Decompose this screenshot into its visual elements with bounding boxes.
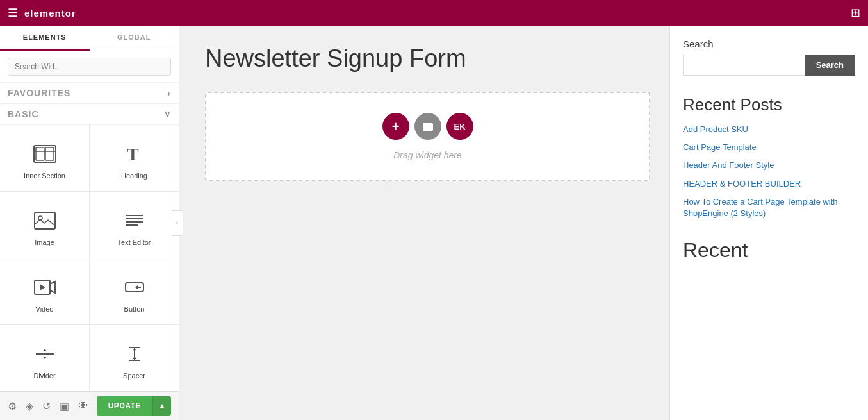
recent-posts-title: Recent Posts	[683, 95, 855, 115]
search-input[interactable]	[8, 58, 171, 76]
sidebar: ELEMENTS GLOBAL FAVOURITES › BASIC ∨	[0, 26, 179, 420]
history-icon[interactable]: ↺	[42, 400, 51, 412]
update-button[interactable]: UPDATE	[97, 396, 152, 416]
responsive-icon[interactable]: ▣	[60, 400, 69, 412]
chevron-down-icon: ∨	[164, 109, 171, 119]
folder-button[interactable]	[414, 113, 441, 140]
favourites-section[interactable]: FAVOURITES ›	[0, 83, 179, 104]
sidebar-tabs: ELEMENTS GLOBAL	[0, 26, 179, 51]
tab-global[interactable]: GLOBAL	[90, 26, 179, 51]
recent-title: Recent	[683, 239, 855, 262]
widget-heading[interactable]: T Heading	[90, 125, 179, 191]
widget-inner-section[interactable]: Inner Section	[0, 125, 89, 191]
heading-label: Heading	[121, 172, 147, 180]
recent-post-2[interactable]: Header And Footer Style	[683, 160, 855, 171]
svg-marker-16	[43, 357, 47, 359]
text-editor-icon	[122, 208, 147, 233]
widget-text-editor[interactable]: Text Editor	[90, 192, 179, 258]
svg-marker-12	[40, 284, 45, 290]
basic-label: BASIC	[8, 109, 39, 119]
svg-rect-0	[34, 146, 56, 162]
video-label: Video	[36, 305, 54, 313]
widgets-grid: Inner Section T Heading	[0, 125, 179, 391]
spacer-label: Spacer	[123, 372, 145, 380]
svg-rect-5	[35, 212, 55, 229]
apps-icon[interactable]: ⊞	[851, 6, 860, 20]
tab-elements[interactable]: ELEMENTS	[0, 26, 90, 51]
drop-zone: + EK Drag widget here	[205, 92, 650, 181]
button-icon	[122, 274, 147, 300]
recent-post-3[interactable]: HEADER & FOOTER BUILDER	[683, 178, 855, 190]
update-dropdown-button[interactable]: ▲	[152, 396, 171, 416]
widget-button[interactable]: Button	[90, 258, 179, 324]
button-label: Button	[124, 305, 145, 313]
add-section-button[interactable]: +	[382, 113, 409, 140]
image-icon	[32, 208, 58, 233]
svg-marker-20	[133, 349, 136, 351]
inner-section-label: Inner Section	[24, 172, 65, 180]
hamburger-icon[interactable]: ☰	[8, 6, 18, 20]
recent-post-4[interactable]: How To Create a Cart Page Template with …	[683, 196, 855, 219]
update-btn-group: UPDATE ▲	[97, 396, 171, 416]
heading-icon: T	[122, 141, 147, 167]
widget-divider[interactable]: Divider	[0, 325, 89, 391]
sidebar-search-container	[0, 51, 179, 83]
right-search-input[interactable]	[683, 55, 805, 76]
text-editor-label: Text Editor	[118, 239, 151, 246]
recent-post-1[interactable]: Cart Page Template	[683, 142, 855, 153]
widget-video[interactable]: Video	[0, 258, 89, 324]
spacer-icon	[122, 341, 147, 367]
inner-section-icon	[32, 141, 58, 167]
favourites-label: FAVOURITES	[8, 88, 70, 98]
eye-icon[interactable]: 👁	[78, 400, 88, 412]
chevron-right-icon: ›	[167, 88, 171, 98]
content-area: Newsletter Signup Form + EK Drag widget …	[179, 26, 669, 420]
top-bar: ☰ elementor ⊞	[0, 0, 868, 26]
recent-post-0[interactable]: Add Product SKU	[683, 124, 855, 135]
sidebar-footer: ⚙ ◈ ↺ ▣ 👁 UPDATE ▲	[0, 391, 179, 420]
svg-text:T: T	[127, 144, 139, 164]
basic-section[interactable]: BASIC ∨	[0, 104, 179, 125]
svg-rect-1	[36, 147, 44, 160]
image-label: Image	[35, 239, 54, 246]
right-search-button[interactable]: Search	[805, 55, 855, 76]
video-icon	[32, 274, 58, 300]
settings-icon[interactable]: ⚙	[8, 400, 17, 412]
svg-rect-2	[45, 147, 54, 160]
svg-marker-15	[43, 349, 47, 351]
svg-marker-21	[133, 357, 136, 359]
widget-image[interactable]: Image	[0, 192, 89, 258]
layers-icon[interactable]: ◈	[26, 400, 33, 412]
ek-button[interactable]: EK	[446, 113, 473, 140]
search-label: Search	[683, 38, 855, 49]
divider-icon	[32, 341, 58, 367]
drop-hint: Drag widget here	[393, 150, 462, 160]
logo-text: elementor	[24, 8, 76, 19]
collapse-sidebar-handle[interactable]: ‹	[172, 210, 183, 236]
right-panel: Search Search Recent Posts Add Product S…	[669, 26, 868, 420]
widget-spacer[interactable]: Spacer	[90, 325, 179, 391]
page-title: Newsletter Signup Form	[205, 45, 650, 72]
divider-label: Divider	[33, 372, 55, 380]
